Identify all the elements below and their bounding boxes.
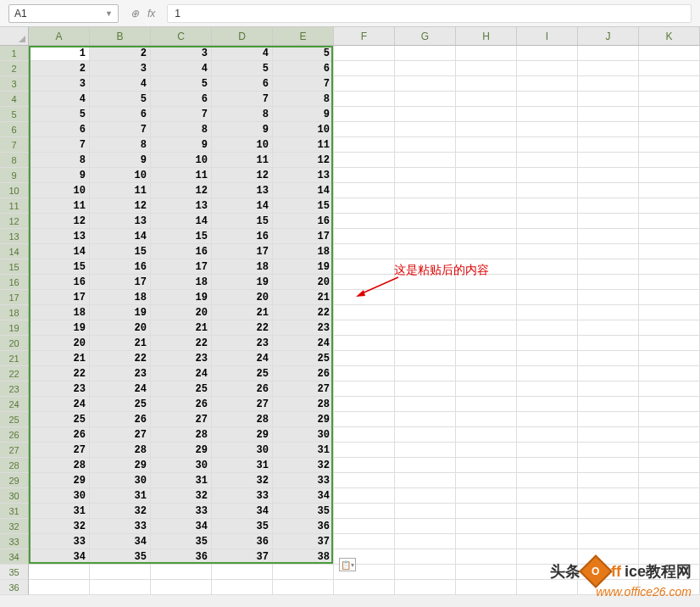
cell[interactable]: [334, 427, 395, 443]
cell[interactable]: 4: [29, 92, 90, 107]
row-header[interactable]: 22: [0, 366, 29, 381]
row-header[interactable]: 27: [0, 443, 29, 458]
cell[interactable]: 18: [29, 305, 90, 320]
cell[interactable]: [639, 381, 700, 397]
cell[interactable]: [395, 504, 456, 519]
cell[interactable]: 10: [29, 183, 90, 198]
cell[interactable]: [456, 565, 517, 580]
cell[interactable]: 10: [90, 168, 151, 183]
cell[interactable]: 28: [90, 443, 151, 458]
cell[interactable]: [395, 366, 456, 381]
cell[interactable]: [395, 76, 456, 92]
cell[interactable]: 16: [273, 214, 334, 229]
cell[interactable]: [395, 519, 456, 534]
cell[interactable]: 6: [273, 61, 334, 76]
cell[interactable]: 2: [29, 61, 90, 76]
cell[interactable]: 19: [212, 275, 273, 290]
cell[interactable]: [334, 504, 395, 519]
cell[interactable]: [517, 336, 578, 351]
cell[interactable]: 21: [29, 351, 90, 366]
cell[interactable]: [273, 565, 334, 580]
cell[interactable]: [456, 214, 517, 229]
cell[interactable]: 14: [212, 198, 273, 214]
cell[interactable]: [578, 488, 639, 504]
cell[interactable]: 8: [273, 92, 334, 107]
cell[interactable]: [578, 92, 639, 107]
row-header[interactable]: 8: [0, 153, 29, 168]
cell[interactable]: [578, 137, 639, 153]
cell[interactable]: [578, 275, 639, 290]
row-header[interactable]: 9: [0, 168, 29, 183]
cell[interactable]: 32: [29, 519, 90, 534]
column-header[interactable]: I: [517, 27, 578, 45]
cell[interactable]: 22: [29, 366, 90, 381]
cell[interactable]: [456, 61, 517, 76]
cell[interactable]: [578, 443, 639, 458]
cell[interactable]: [578, 168, 639, 183]
cell[interactable]: [639, 366, 700, 381]
cell[interactable]: 27: [29, 443, 90, 458]
cell[interactable]: 17: [29, 290, 90, 305]
cell[interactable]: 20: [90, 320, 151, 336]
cell[interactable]: 33: [151, 504, 212, 519]
cell[interactable]: [639, 336, 700, 351]
cell[interactable]: [334, 412, 395, 427]
cell[interactable]: [395, 565, 456, 580]
cell[interactable]: [639, 473, 700, 488]
cell[interactable]: 23: [90, 366, 151, 381]
cell[interactable]: [517, 458, 578, 473]
cell[interactable]: [639, 107, 700, 122]
cell[interactable]: [456, 244, 517, 259]
cell[interactable]: [456, 153, 517, 168]
cell[interactable]: [578, 427, 639, 443]
cell[interactable]: [639, 412, 700, 427]
cell[interactable]: [578, 214, 639, 229]
cell[interactable]: [456, 549, 517, 565]
cell[interactable]: [334, 443, 395, 458]
cell[interactable]: [334, 76, 395, 92]
cell[interactable]: [334, 458, 395, 473]
cell[interactable]: 26: [90, 412, 151, 427]
cell[interactable]: 29: [151, 443, 212, 458]
cell[interactable]: [334, 580, 395, 595]
select-all-corner[interactable]: [0, 27, 29, 45]
cell[interactable]: [29, 580, 90, 595]
cell[interactable]: 33: [212, 488, 273, 504]
row-header[interactable]: 32: [0, 519, 29, 534]
row-header[interactable]: 1: [0, 46, 29, 61]
cell[interactable]: [29, 565, 90, 580]
cell[interactable]: [456, 473, 517, 488]
cell[interactable]: [517, 275, 578, 290]
cell[interactable]: 21: [151, 320, 212, 336]
cell[interactable]: 8: [212, 107, 273, 122]
cell[interactable]: [639, 259, 700, 275]
cell[interactable]: 3: [90, 61, 151, 76]
cell[interactable]: [578, 46, 639, 61]
cell[interactable]: [639, 122, 700, 137]
cell[interactable]: [517, 473, 578, 488]
cell[interactable]: 15: [212, 214, 273, 229]
cell[interactable]: 14: [29, 244, 90, 259]
cell[interactable]: [334, 275, 395, 290]
cell[interactable]: [578, 198, 639, 214]
cell[interactable]: [334, 473, 395, 488]
column-header[interactable]: J: [578, 27, 639, 45]
cell[interactable]: [395, 290, 456, 305]
cell[interactable]: 30: [90, 473, 151, 488]
cell[interactable]: [395, 244, 456, 259]
cell[interactable]: 4: [151, 61, 212, 76]
cell[interactable]: [456, 137, 517, 153]
row-header[interactable]: 35: [0, 565, 29, 580]
cell[interactable]: [456, 488, 517, 504]
cell[interactable]: 19: [29, 320, 90, 336]
cell[interactable]: [456, 198, 517, 214]
cell[interactable]: 8: [151, 122, 212, 137]
cell[interactable]: [517, 443, 578, 458]
cell[interactable]: 29: [90, 458, 151, 473]
cell[interactable]: [456, 305, 517, 320]
cell[interactable]: 17: [151, 259, 212, 275]
cell[interactable]: 24: [151, 366, 212, 381]
cell[interactable]: 34: [90, 534, 151, 549]
cell[interactable]: [334, 381, 395, 397]
cell[interactable]: [578, 381, 639, 397]
